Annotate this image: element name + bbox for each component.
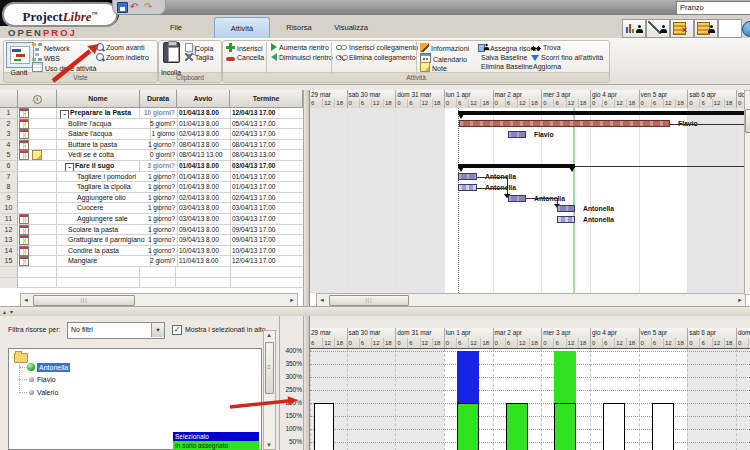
task-name-cell[interactable]: Buttare la pasta xyxy=(57,140,151,150)
task-name-cell[interactable]: Scolare la pasta xyxy=(57,225,151,235)
duration-cell[interactable]: 0 giorni? xyxy=(140,150,178,160)
task-name-cell[interactable]: -Preparare la Pasta xyxy=(57,108,140,118)
column-header[interactable]: Nome xyxy=(57,90,140,108)
scroll-right-icon[interactable]: ► xyxy=(737,297,743,303)
table-row[interactable]: 1-Preparare la Pasta10 giorni?01/04/13 8… xyxy=(0,108,303,119)
gantt-view-label[interactable]: Gantt xyxy=(4,68,34,77)
start-cell[interactable]: 02/04/13 8.00 xyxy=(177,129,231,139)
task-name-cell[interactable]: -Fare il sugo xyxy=(57,161,140,171)
finish-cell[interactable]: 09/04/13 17.00 xyxy=(230,225,303,235)
histogram-selected-bar[interactable] xyxy=(457,351,479,403)
duration-cell[interactable]: 10 giorni? xyxy=(140,108,178,118)
zoom-avanti-button[interactable]: Zoom avanti xyxy=(96,43,145,52)
uso-attivita-button[interactable]: Uso delle attività xyxy=(32,62,96,71)
scorri-button[interactable]: Scorri fino all'attività xyxy=(531,53,603,62)
histogram-availability-bar[interactable] xyxy=(457,403,479,450)
resource-item[interactable]: Valerio xyxy=(37,388,58,397)
collapse-icon[interactable]: - xyxy=(65,163,74,171)
duration-cell[interactable]: 1 giorno? xyxy=(140,246,178,256)
inserisci-button[interactable]: Inserisci xyxy=(226,43,263,52)
calendario-button[interactable]: Calendario xyxy=(420,53,467,62)
table-row[interactable]: 9Aggiungere olio1 giorno?02/04/13 8.0002… xyxy=(0,193,303,204)
splitter-collapse-up-icon[interactable]: ▴ xyxy=(3,308,6,315)
start-cell[interactable]: 08/04/13 13.00 xyxy=(177,150,231,160)
table-row[interactable]: 6-Fare il sugo3 giorni?01/04/13 8.0003/0… xyxy=(0,161,303,172)
task-bar[interactable] xyxy=(557,205,575,212)
table-row[interactable]: 15Mangiare2 giorni?11/04/13 8.0012/04/13… xyxy=(0,256,303,267)
inserisci-collegamento-button[interactable]: Inserisci collegamento xyxy=(336,43,418,52)
table-no-assign-view-button[interactable]: × xyxy=(670,19,694,38)
duration-cell[interactable]: 1 giorno xyxy=(140,129,178,139)
finish-cell[interactable]: 05/04/13 17.00 xyxy=(230,119,303,129)
summary-bar[interactable] xyxy=(458,164,575,168)
finish-cell[interactable]: 03/04/13 17.00 xyxy=(230,214,303,224)
duration-cell[interactable]: 1 giorno? xyxy=(140,203,178,213)
duration-cell[interactable]: 1 giorno? xyxy=(140,172,178,182)
resource-item[interactable]: Antonella xyxy=(37,363,70,372)
task-bar[interactable] xyxy=(508,131,526,138)
tab-risorsa[interactable]: Risorsa xyxy=(276,17,322,38)
finish-cell[interactable]: 01/04/13 17.00 xyxy=(230,172,303,182)
start-cell[interactable]: 01/04/13 8.00 xyxy=(177,161,231,171)
taglia-button[interactable]: Taglia xyxy=(185,53,213,62)
wbs-button[interactable]: WBS xyxy=(32,53,60,62)
tab-visualizza[interactable]: Visualizza xyxy=(324,17,378,38)
finish-cell[interactable]: 10/04/13 17.00 xyxy=(230,246,303,256)
start-cell[interactable]: 01/04/13 8.00 xyxy=(177,172,231,182)
summary-bar[interactable] xyxy=(458,111,744,115)
start-cell[interactable]: 01/04/13 8.00 xyxy=(177,182,231,192)
redo-icon[interactable]: ↷ xyxy=(144,1,152,12)
charts-view-button[interactable] xyxy=(646,19,670,38)
histogram-availability-bar[interactable] xyxy=(652,403,674,450)
gantt-vscrollbar-thumb[interactable] xyxy=(745,109,750,133)
table-row[interactable]: 8Tagliare la cipolla1 giorno?01/04/13 8.… xyxy=(0,182,303,193)
column-header[interactable]: Termine xyxy=(230,90,303,108)
blank-view-button[interactable] xyxy=(718,19,742,38)
start-cell[interactable]: 03/04/13 8.00 xyxy=(177,214,231,224)
duration-cell[interactable]: 1 giorno? xyxy=(140,214,178,224)
task-bar[interactable] xyxy=(557,216,575,223)
start-cell[interactable]: 01/04/13 8.00 xyxy=(177,108,231,118)
project-name-field[interactable]: Pranzo xyxy=(676,1,750,15)
duration-cell[interactable]: 5 giorni? xyxy=(140,119,178,129)
finish-cell[interactable]: 12/04/13 17.00 xyxy=(230,256,303,266)
task-bar[interactable] xyxy=(458,184,477,191)
start-cell[interactable]: 09/04/13 8.00 xyxy=(177,225,231,235)
show-selected-checkbox[interactable]: ✓ xyxy=(172,325,182,335)
duration-cell[interactable]: 1 giorno? xyxy=(140,235,178,245)
histogram-availability-bar[interactable] xyxy=(554,403,576,450)
table-row[interactable]: 3Salare l'acqua1 giorno02/04/13 8.0002/0… xyxy=(0,129,303,140)
duration-cell[interactable]: 1 giorno? xyxy=(140,193,178,203)
scroll-up-icon[interactable]: ▲ xyxy=(266,332,272,338)
table-row[interactable]: 12Scolare la pasta1 giorno?09/04/13 8.00… xyxy=(0,225,303,236)
histogram-view-button[interactable] xyxy=(622,19,646,38)
duration-cell[interactable]: 2 giorni? xyxy=(140,256,178,266)
table-row[interactable]: 13Grattugiare il parmigiano1 giorno?09/0… xyxy=(0,235,303,246)
cancella-button[interactable]: Cancella xyxy=(226,53,264,62)
duration-cell[interactable]: 1 giorno? xyxy=(140,225,178,235)
column-header[interactable]: i xyxy=(18,90,57,108)
duration-cell[interactable]: 3 giorni? xyxy=(140,161,178,171)
finish-cell[interactable]: 12/04/13 17.00 xyxy=(230,108,303,118)
gantt-hscrollbar[interactable]: ◄ ||| ► xyxy=(316,293,746,306)
table-row-empty[interactable] xyxy=(0,278,303,289)
tab-attivita[interactable]: Attività xyxy=(214,17,270,39)
column-header[interactable]: Avvio xyxy=(177,90,230,108)
table-hscrollbar[interactable]: ◄ ||| ► xyxy=(20,293,298,306)
scroll-left-icon[interactable]: ◄ xyxy=(23,297,29,303)
elimina-collegamento-button[interactable]: Elimina collegamento xyxy=(336,53,416,62)
finish-cell[interactable]: 08/04/13 13.00 xyxy=(230,150,303,160)
start-cell[interactable]: 01/04/13 8.00 xyxy=(177,119,231,129)
duration-cell[interactable]: 1 giorno? xyxy=(140,140,178,150)
scroll-left-icon[interactable]: ◄ xyxy=(319,297,325,303)
finish-cell[interactable]: 09/04/13 17.00 xyxy=(230,235,303,245)
table-hscrollbar-thumb[interactable]: ||| xyxy=(33,295,135,306)
splitter-collapse-down-icon[interactable]: ▾ xyxy=(10,308,13,315)
task-name-cell[interactable]: Condire la pasta xyxy=(57,246,151,256)
table-row[interactable]: 11Aggiungere sale1 giorno?03/04/13 8.000… xyxy=(0,214,303,225)
column-header[interactable] xyxy=(0,90,18,108)
start-cell[interactable]: 03/04/13 8.00 xyxy=(177,203,231,213)
elimina-baseline-button[interactable]: Elimina Baseline xyxy=(481,62,533,71)
tree-vscrollbar[interactable]: ▲ ≡ ▼ xyxy=(263,330,276,450)
table-row[interactable]: 10Cuocere1 giorno?03/04/13 8.0003/04/13 … xyxy=(0,203,303,214)
